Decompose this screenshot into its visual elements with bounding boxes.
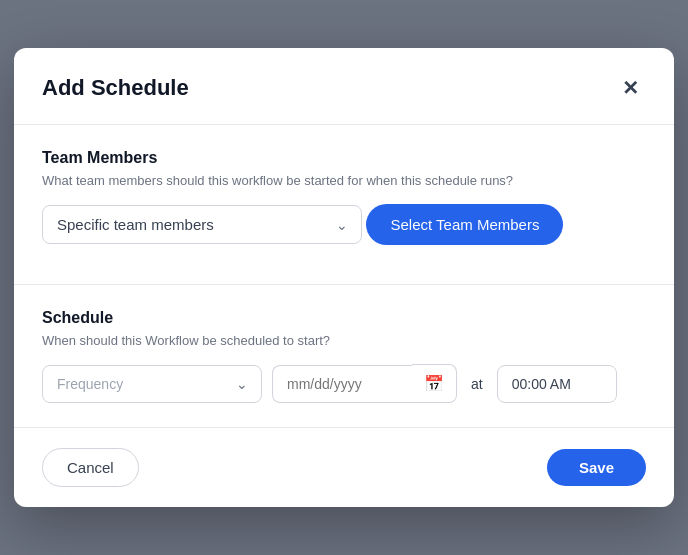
modal-container: Add Schedule ✕ Team Members What team me… (14, 48, 674, 507)
modal-title: Add Schedule (42, 75, 189, 101)
time-input[interactable] (497, 365, 617, 403)
modal-footer: Cancel Save (14, 428, 674, 507)
frequency-dropdown-wrapper: Frequency Daily Weekly Monthly ⌄ (42, 365, 262, 403)
schedule-description: When should this Workflow be scheduled t… (42, 333, 646, 348)
calendar-icon-button[interactable]: 📅 (412, 364, 457, 403)
close-button[interactable]: ✕ (614, 72, 646, 104)
save-button[interactable]: Save (547, 449, 646, 486)
select-team-members-button[interactable]: Select Team Members (366, 204, 563, 245)
team-members-dropdown[interactable]: Specific team members All team members N… (42, 205, 362, 244)
date-input-wrapper: 📅 (272, 364, 457, 403)
cancel-button[interactable]: Cancel (42, 448, 139, 487)
modal-header: Add Schedule ✕ (14, 48, 674, 125)
at-label: at (467, 376, 487, 392)
frequency-dropdown[interactable]: Frequency Daily Weekly Monthly (42, 365, 262, 403)
date-input[interactable] (272, 365, 412, 403)
calendar-icon: 📅 (424, 375, 444, 392)
team-members-description: What team members should this workflow b… (42, 173, 646, 188)
schedule-title: Schedule (42, 309, 646, 327)
modal-overlay: Add Schedule ✕ Team Members What team me… (0, 0, 688, 555)
schedule-row: Frequency Daily Weekly Monthly ⌄ 📅 at (42, 364, 646, 403)
schedule-section: Schedule When should this Workflow be sc… (14, 285, 674, 428)
team-members-section: Team Members What team members should th… (14, 125, 674, 285)
team-members-dropdown-wrapper: Specific team members All team members N… (42, 205, 362, 244)
team-members-title: Team Members (42, 149, 646, 167)
